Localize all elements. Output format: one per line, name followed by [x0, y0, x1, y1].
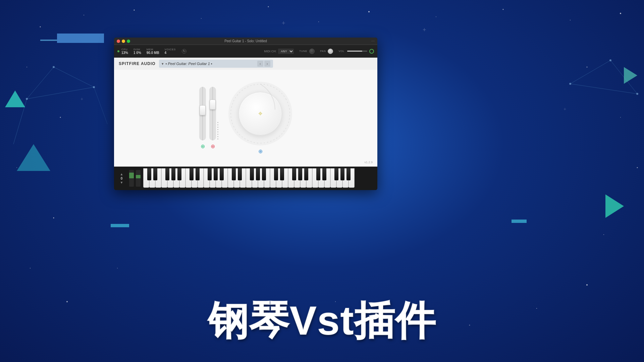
svg-point-19	[637, 167, 638, 168]
black-key-Gs4[interactable]	[340, 168, 344, 180]
black-key-Cs3[interactable]	[274, 168, 278, 180]
black-key-Cs0[interactable]	[147, 168, 151, 180]
black-key-Cs4[interactable]	[316, 168, 320, 180]
svg-point-6	[368, 11, 370, 12]
black-key-As3[interactable]	[304, 168, 308, 180]
svg-text:+: +	[282, 20, 285, 26]
black-key-Ds2[interactable]	[238, 168, 242, 180]
black-key-Ds3[interactable]	[280, 168, 284, 180]
vol-slider[interactable]	[347, 51, 367, 52]
svg-point-21	[586, 284, 588, 286]
tune-label: TUNE	[299, 50, 307, 53]
close-button[interactable]	[117, 40, 120, 43]
midi-ch-group: MIDI CH: ANY 123	[264, 49, 294, 54]
pan-label: PAN	[320, 50, 326, 53]
svg-point-15	[30, 268, 31, 268]
svg-line-35	[94, 87, 107, 124]
black-key-Cs2[interactable]	[232, 168, 236, 180]
mem-value: 90.0 MB	[147, 51, 159, 55]
slider2-track	[212, 87, 213, 140]
window-settings: ⋯	[371, 39, 375, 43]
voices-group: VOICES 4	[165, 48, 176, 55]
pan-group: PAN	[320, 49, 333, 54]
black-key-As1[interactable]	[220, 168, 224, 180]
plugin-window: Peel Guitar 1 - Solo: Untitled ⋯ CPU 13%…	[114, 38, 377, 190]
pitch-strip-2	[136, 170, 141, 187]
preset-prev-button[interactable]: ‹	[257, 61, 263, 67]
expression-slider[interactable]	[209, 87, 216, 140]
overlay-title: 钢琴Vst插件	[208, 294, 436, 349]
svg-text:+: +	[423, 26, 426, 33]
black-key-Fs0[interactable]	[165, 168, 169, 180]
svg-point-7	[436, 16, 436, 17]
sliders-area: ⊕ ⊕	[199, 87, 218, 149]
vol-label: VOL	[338, 50, 344, 53]
control-bar: CPU 13% DISK 1 0% MEM 90.0 MB VOICES 4 ↻…	[114, 45, 377, 58]
svg-point-8	[503, 9, 504, 10]
svg-point-2	[134, 10, 135, 11]
disk-group: DISK 1 0%	[133, 48, 141, 55]
svg-point-3	[201, 18, 202, 19]
slider2-thumb[interactable]	[210, 100, 216, 110]
piano-keys[interactable]	[143, 168, 377, 188]
dot5	[217, 131, 218, 132]
black-key-Fs1[interactable]	[208, 168, 212, 180]
svg-point-26	[536, 308, 537, 309]
title-bar: Peel Guitar 1 - Solo: Untitled ⋯	[114, 38, 377, 45]
refresh-icon: ↻	[183, 49, 185, 53]
black-key-As2[interactable]	[262, 168, 266, 180]
voices-value: 4	[165, 51, 167, 55]
black-key-Ds1[interactable]	[196, 168, 200, 180]
black-key-Fs2[interactable]	[250, 168, 254, 180]
pan-knob[interactable]	[328, 49, 333, 54]
svg-point-11	[26, 67, 27, 67]
dynamics-slider[interactable]	[199, 87, 206, 140]
main-content: ⊕ ⊕	[114, 70, 377, 167]
black-key-Gs3[interactable]	[298, 168, 302, 180]
slider1-container: ⊕	[199, 87, 206, 149]
power-button[interactable]	[369, 49, 374, 54]
cpu-group: CPU 13%	[117, 48, 128, 55]
black-key-Fs4[interactable]	[334, 168, 338, 180]
dot7	[217, 136, 218, 137]
preset-selector[interactable]: ▾ • Peel Guitar: Peel Guitar 1 • ‹ ›	[159, 60, 273, 68]
preset-bar: SPITFIRE AUDIO ▾ • Peel Guitar: Peel Gui…	[114, 58, 377, 70]
svg-line-41	[570, 84, 637, 94]
svg-line-40	[610, 60, 637, 94]
svg-line-39	[570, 60, 610, 84]
refresh-button[interactable]: ↻	[182, 49, 186, 54]
pitch-fill-1	[129, 173, 134, 179]
black-key-Cs1[interactable]	[190, 168, 194, 180]
preset-name: • Peel Guitar: Peel Guitar 1 •	[166, 62, 212, 66]
octave-down-button[interactable]: ▼	[120, 181, 123, 184]
slider1-thumb[interactable]	[200, 105, 206, 115]
tune-knob[interactable]	[309, 49, 315, 54]
midi-ch-label: MIDI CH:	[264, 50, 276, 53]
maximize-button[interactable]	[127, 40, 130, 43]
black-key-Gs2[interactable]	[256, 168, 260, 180]
midi-ch-select[interactable]: ANY 123	[278, 49, 294, 54]
svg-point-44	[636, 93, 638, 95]
minimize-button[interactable]	[122, 40, 125, 43]
black-key-As0[interactable]	[177, 168, 181, 180]
black-key-Ds4[interactable]	[322, 168, 326, 180]
mem-group: MEM 90.0 MB	[147, 48, 159, 55]
svg-text:+: +	[564, 106, 566, 112]
svg-point-43	[609, 59, 611, 61]
dot2	[217, 124, 218, 125]
black-key-As4[interactable]	[346, 168, 351, 180]
dynamics-icon: ⊕	[201, 143, 205, 149]
svg-point-37	[53, 66, 55, 68]
knob-center-icon: ⌖	[258, 109, 262, 118]
svg-line-33	[27, 87, 94, 99]
black-key-Fs3[interactable]	[292, 168, 296, 180]
octave-up-button[interactable]: ▲	[120, 173, 123, 176]
black-key-Ds0[interactable]	[153, 168, 157, 180]
svg-point-10	[620, 13, 621, 14]
preset-chevron-icon: ▾	[162, 62, 164, 66]
preset-nav: ‹ ›	[257, 61, 270, 67]
black-key-Gs1[interactable]	[214, 168, 218, 180]
preset-next-button[interactable]: ›	[264, 61, 270, 67]
black-key-Gs0[interactable]	[171, 168, 175, 180]
svg-point-36	[26, 98, 28, 100]
